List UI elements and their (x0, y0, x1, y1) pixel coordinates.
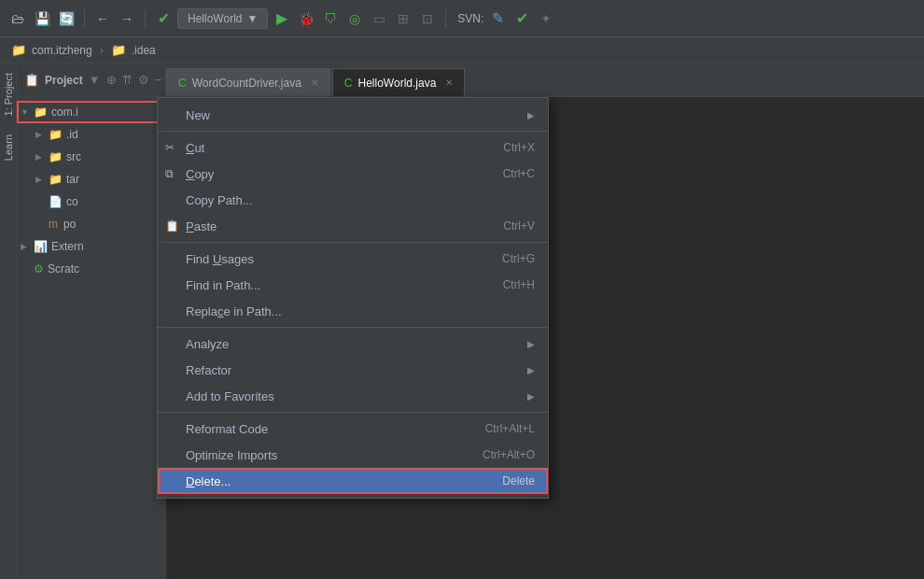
svn-extra-icon[interactable]: ✦ (536, 8, 556, 29)
tree-item-external[interactable]: ▶ 📊 Extern (17, 235, 165, 258)
menu-item-new[interactable]: New ▶ (158, 102, 548, 128)
menu-arrow-new: ▶ (527, 110, 535, 120)
checkmark-icon[interactable]: ✔ (153, 8, 174, 29)
breadcrumb-folder-icon2: 📁 (111, 43, 126, 57)
tree-item-com-i[interactable]: ▼ 📁 com.i (17, 101, 165, 123)
menu-item-replace-path[interactable]: Replace in Path... (158, 298, 548, 324)
breadcrumb-folder-icon1: 📁 (11, 43, 26, 57)
folder-icon[interactable]: 🗁 (7, 8, 28, 29)
sidebar-title: Project (45, 74, 83, 87)
tree-label-com-i: com.i (51, 106, 78, 119)
save-icon[interactable]: 💾 (32, 8, 52, 29)
menu-label-find-path: Find in Path... (186, 278, 484, 292)
svn-label: SVN: (457, 12, 483, 25)
layout-icon[interactable]: ⊞ (393, 8, 413, 29)
menu-label-paste: Paste (186, 219, 484, 233)
tree-icon-external: 📊 (34, 240, 48, 253)
tree-arrow-src: ▶ (35, 152, 45, 162)
menu-label-refactor: Refactor (186, 363, 527, 377)
refresh-icon[interactable]: 🔄 (56, 8, 77, 29)
coverage-icon[interactable]: ⛉ (320, 8, 341, 29)
menu-label-new: New (186, 108, 527, 122)
tree-label-po: po (63, 218, 76, 231)
tree-icon-co: 📄 (49, 195, 63, 208)
tree-icon-po: m (49, 218, 58, 231)
tree-label-external: Extern (51, 240, 84, 253)
run-icon[interactable]: ▶ (272, 8, 292, 29)
menu-sep-2 (158, 242, 548, 243)
tab-icon-wordcount: C (178, 77, 187, 90)
tree-arrow-com-i: ▼ (21, 107, 30, 117)
project-selector[interactable]: HelloWorld ▼ (177, 8, 268, 29)
svn-check-icon[interactable]: ✔ (511, 8, 532, 29)
menu-shortcut-cut: Ctrl+X (503, 141, 535, 154)
tree-label-tar: tar (66, 173, 79, 186)
menu-label-replace-path: Replace in Path... (186, 304, 535, 318)
back-icon[interactable]: ← (92, 8, 113, 29)
tree-item-scratch[interactable]: ▶ ⚙ Scratc (17, 258, 165, 280)
panel-label-project[interactable]: 1: Project (3, 73, 14, 116)
menu-shortcut-reformat: Ctrl+Alt+L (485, 422, 535, 435)
menu-item-favorites[interactable]: Add to Favorites ▶ (158, 383, 548, 409)
copy-icon: ⧉ (165, 167, 174, 180)
menu-item-cut[interactable]: ✂ Cut Ctrl+X (158, 134, 548, 161)
tab-close-helloworld[interactable]: ✕ (445, 78, 453, 88)
tree-item-co[interactable]: ▶ 📄 co (17, 191, 165, 213)
tree-label-src: src (66, 150, 81, 163)
menu-item-analyze[interactable]: Analyze ▶ (158, 331, 548, 357)
tree-icon-idea: 📁 (49, 128, 63, 141)
menu-label-favorites: Add to Favorites (186, 389, 527, 403)
menu-label-find-usages: Find Usages (186, 252, 483, 266)
sep2 (145, 9, 146, 28)
sidebar-icon-collapse[interactable]: ⇈ (122, 72, 133, 89)
menu-item-delete[interactable]: Delete... Delete (158, 468, 548, 494)
breadcrumb-sep: › (100, 44, 104, 57)
menu-item-refactor[interactable]: Refactor ▶ (158, 357, 548, 383)
menu-item-find-usages[interactable]: Find Usages Ctrl+G (158, 246, 548, 272)
tree-item-tar[interactable]: ▶ 📁 tar (17, 168, 165, 191)
breadcrumb: 📁 com.itzheng › 📁 .idea (0, 37, 924, 64)
tab-helloworld[interactable]: C HelloWorld.java ✕ (332, 68, 465, 96)
sidebar-icon-gear[interactable]: ⚙ (138, 72, 149, 89)
project-name: HelloWorld (188, 12, 242, 25)
menu-item-copy-path[interactable]: Copy Path... (158, 187, 548, 213)
device-icon[interactable]: ⊡ (417, 8, 438, 29)
menu-label-analyze: Analyze (186, 337, 527, 351)
menu-label-copy: Copy (186, 167, 484, 181)
breadcrumb-item1[interactable]: com.itzheng (32, 44, 92, 57)
tab-close-wordcount[interactable]: ✕ (311, 78, 318, 88)
tree-item-idea[interactable]: ▶ 📁 .id (17, 123, 165, 146)
tree-item-po[interactable]: ▶ m po (17, 213, 165, 235)
tree-icon-com-i: 📁 (34, 106, 48, 119)
toolbar: 🗁 💾 🔄 ← → ✔ HelloWorld ▼ ▶ 🐞 ⛉ ◎ ▭ ⊞ ⊡ S… (0, 0, 924, 37)
menu-item-paste[interactable]: 📋 Paste Ctrl+V (158, 213, 548, 239)
menu-item-optimize[interactable]: Optimize Imports Ctrl+Alt+O (158, 442, 548, 468)
menu-shortcut-find-usages: Ctrl+G (502, 252, 535, 265)
tree-icon-scratch: ⚙ (34, 262, 44, 275)
menu-item-reformat[interactable]: Reformat Code Ctrl+Alt+L (158, 416, 548, 442)
tree-item-src[interactable]: ▶ 📁 src (17, 146, 165, 168)
menu-arrow-favorites: ▶ (527, 391, 535, 402)
menu-label-copy-path: Copy Path... (186, 193, 535, 207)
tab-icon-helloworld: C (344, 77, 353, 90)
sidebar-icon-dropdown[interactable]: ▼ (89, 72, 101, 89)
tree-label-co: co (66, 195, 78, 208)
dropdown-icon: ▼ (246, 12, 258, 25)
sidebar-icon-minus[interactable]: − (155, 72, 162, 89)
sidebar-icon-add[interactable]: ⊕ (106, 72, 117, 89)
tree-label-idea: .id (66, 128, 78, 141)
panel-label-learn[interactable]: Learn (3, 134, 14, 161)
menu-shortcut-optimize: Ctrl+Alt+O (483, 448, 535, 461)
menu-item-find-path[interactable]: Find in Path... Ctrl+H (158, 272, 548, 298)
tab-wordcount[interactable]: C WordCountDriver.java ✕ (166, 68, 330, 96)
forward-icon[interactable]: → (117, 8, 137, 29)
bug-icon[interactable]: 🐞 (296, 8, 316, 29)
menu-item-copy[interactable]: ⧉ Copy Ctrl+C (158, 161, 548, 187)
memory-icon[interactable]: ▭ (369, 8, 389, 29)
profile-icon[interactable]: ◎ (344, 8, 365, 29)
svn-edit-icon[interactable]: ✎ (487, 8, 508, 29)
tab-label-wordcount: WordCountDriver.java (192, 77, 301, 90)
left-panel: 1: Project Learn (0, 64, 17, 579)
tree-icon-tar: 📁 (49, 173, 63, 186)
breadcrumb-item2[interactable]: .idea (132, 44, 156, 57)
